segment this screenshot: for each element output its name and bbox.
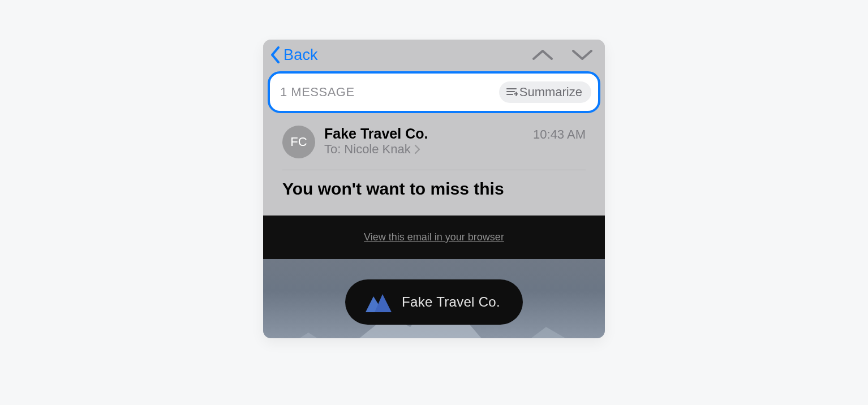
avatar: FC: [282, 126, 315, 158]
email-body: View this email in your browser Fake Tra…: [263, 216, 605, 338]
message-count-label: 1 MESSAGE: [280, 85, 355, 100]
sender-row: FC Fake Travel Co. 10:43 AM To: Nicole K…: [282, 126, 586, 158]
message-banner: 1 MESSAGE Summarize: [268, 71, 600, 113]
brand-pill[interactable]: Fake Travel Co.: [345, 279, 523, 325]
chevron-right-icon: [414, 144, 421, 154]
message-banner-wrap: 1 MESSAGE Summarize: [263, 69, 605, 115]
brand-name: Fake Travel Co.: [402, 294, 500, 310]
divider: [282, 170, 586, 170]
chevron-up-icon[interactable]: [531, 48, 554, 62]
svg-marker-5: [501, 327, 605, 338]
summarize-label: Summarize: [519, 85, 582, 100]
recipient-row[interactable]: To: Nicole Knak: [324, 142, 586, 157]
hero-banner: Fake Travel Co.: [263, 259, 605, 338]
view-in-browser-bar: View this email in your browser: [263, 216, 605, 259]
view-in-browser-link[interactable]: View this email in your browser: [364, 231, 504, 243]
sender-meta: Fake Travel Co. 10:43 AM To: Nicole Knak: [324, 126, 586, 157]
chevron-left-icon: [269, 45, 282, 64]
back-button[interactable]: Back: [269, 45, 318, 64]
sender-name: Fake Travel Co.: [324, 126, 428, 142]
nav-arrows: [531, 48, 597, 62]
back-label: Back: [283, 46, 318, 64]
to-label: To:: [324, 142, 341, 157]
summarize-button[interactable]: Summarize: [499, 81, 591, 103]
svg-marker-4: [263, 333, 354, 338]
summarize-icon: [506, 87, 518, 98]
subject: You won't want to miss this: [282, 179, 586, 216]
chevron-down-icon[interactable]: [571, 48, 594, 62]
mail-message-view: Back 1 MESSAGE Summarize: [263, 40, 605, 338]
navbar: Back: [263, 40, 605, 69]
to-name: Nicole Knak: [344, 142, 410, 157]
mountain-icon: [362, 291, 393, 313]
timestamp: 10:43 AM: [533, 127, 586, 142]
message-header: FC Fake Travel Co. 10:43 AM To: Nicole K…: [263, 115, 605, 216]
